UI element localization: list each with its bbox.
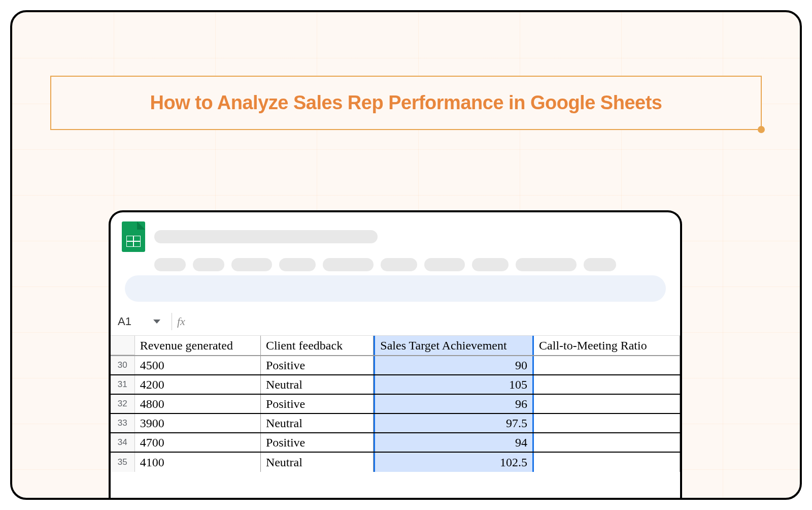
toolbar-placeholder [125,275,666,302]
name-box[interactable]: A1 [118,315,148,328]
row-number[interactable]: 35 [111,453,135,472]
menu-item-placeholder[interactable] [381,258,417,271]
header-top-row [122,221,669,252]
cell[interactable] [534,414,680,432]
menu-item-placeholder[interactable] [193,258,224,271]
cell[interactable]: 4700 [135,433,261,452]
menu-item-placeholder[interactable] [231,258,272,271]
menu-item-placeholder[interactable] [472,258,509,271]
column-header[interactable]: Client feedback [261,336,374,355]
title-container: How to Analyze Sales Rep Performance in … [50,76,762,130]
menu-item-placeholder[interactable] [584,258,616,271]
cell[interactable]: Positive [261,356,374,374]
tutorial-card: How to Analyze Sales Rep Performance in … [10,10,802,500]
cell[interactable]: 97.5 [374,414,534,432]
row-number[interactable]: 32 [111,395,135,413]
cell[interactable]: 4800 [135,395,261,413]
doc-title-placeholder[interactable] [154,230,378,243]
column-header[interactable]: Call-to-Meeting Ratio [534,336,680,355]
menu-bar [154,258,669,271]
cell[interactable]: 105 [374,375,534,394]
column-header[interactable]: Revenue generated [135,336,261,355]
cell[interactable]: 90 [374,356,534,374]
cell[interactable] [534,375,680,394]
cell[interactable]: 3900 [135,414,261,432]
cell[interactable] [534,433,680,452]
table-row: 324800Positive96 [111,395,680,414]
formula-bar: A1 fx [111,308,680,336]
row-number[interactable]: 30 [111,356,135,374]
column-header-row: Revenue generatedClient feedbackSales Ta… [111,336,680,356]
cell[interactable]: 96 [374,395,534,413]
cell[interactable] [534,453,680,472]
table-row: 333900Neutral97.5 [111,414,680,433]
page-title: How to Analyze Sales Rep Performance in … [72,92,740,114]
table-row: 314200Neutral105 [111,375,680,395]
table-row: 344700Positive94 [111,433,680,453]
menu-item-placeholder[interactable] [154,258,186,271]
cell[interactable]: 4200 [135,375,261,394]
spreadsheet-grid[interactable]: Revenue generatedClient feedbackSales Ta… [111,336,680,472]
row-number[interactable]: 33 [111,414,135,432]
cell[interactable]: Positive [261,395,374,413]
cell[interactable]: Positive [261,433,374,452]
fx-container: fx [172,313,190,330]
column-header[interactable]: Sales Target Achievement [374,336,534,355]
menu-item-placeholder[interactable] [323,258,374,271]
cell[interactable]: 4500 [135,356,261,374]
cell[interactable] [534,356,680,374]
cell[interactable]: Neutral [261,453,374,472]
menu-item-placeholder[interactable] [516,258,577,271]
menu-item-placeholder[interactable] [279,258,316,271]
row-number[interactable]: 31 [111,375,135,394]
fx-icon: fx [177,315,185,328]
row-number[interactable]: 34 [111,433,135,452]
table-row: 354100Neutral102.5 [111,453,680,472]
cell[interactable]: Neutral [261,375,374,394]
cell[interactable]: Neutral [261,414,374,432]
cell[interactable] [534,395,680,413]
menu-item-placeholder[interactable] [424,258,465,271]
google-sheets-icon [122,221,145,252]
cell[interactable]: 94 [374,433,534,452]
google-sheets-window: A1 fx Revenue generatedClient feedbackSa… [109,210,682,500]
cell[interactable]: 102.5 [374,453,534,472]
cell[interactable]: 4100 [135,453,261,472]
chevron-down-icon[interactable] [153,320,160,324]
select-all-corner[interactable] [111,336,135,355]
sheets-header [111,212,680,308]
table-row: 304500Positive90 [111,356,680,375]
